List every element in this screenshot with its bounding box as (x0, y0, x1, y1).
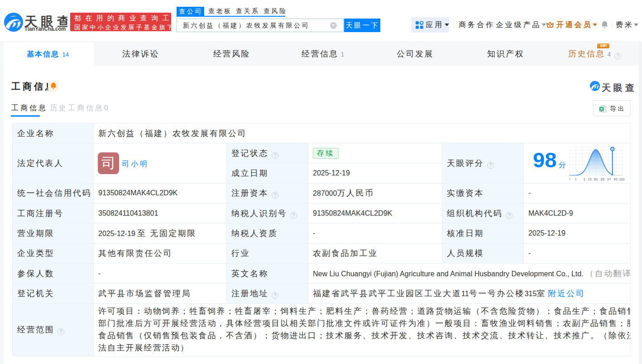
svg-text:100: 100 (619, 177, 625, 181)
svg-text:50: 50 (594, 177, 598, 181)
svg-text:0: 0 (569, 177, 570, 181)
svg-text:1: 1 (575, 177, 577, 181)
svg-text:97: 97 (607, 177, 611, 181)
svg-text:15: 15 (588, 177, 591, 181)
svg-text:99: 99 (613, 177, 617, 181)
svg-text:85: 85 (601, 177, 604, 181)
svg-text:3: 3 (584, 177, 585, 181)
